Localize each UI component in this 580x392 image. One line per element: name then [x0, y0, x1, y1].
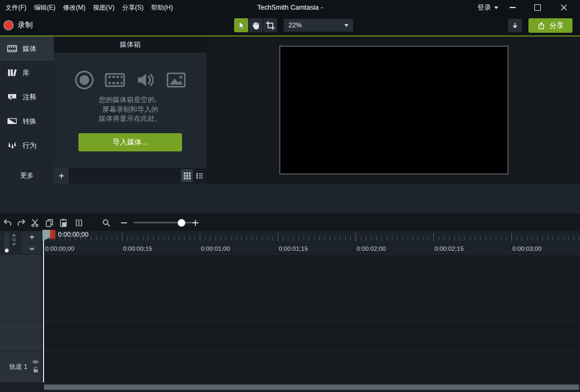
timeline-zoom-slider-thumb[interactable] [178, 219, 185, 227]
cursor-icon [236, 20, 247, 31]
ruler-tick [532, 236, 533, 241]
media-bin-title: 媒体箱 [54, 37, 207, 53]
menu-item[interactable]: 编辑(E) [34, 0, 55, 15]
track-visibility-toggle[interactable] [32, 359, 39, 365]
timeline-zoom-out-button[interactable] [118, 216, 130, 229]
playhead-line[interactable] [43, 240, 44, 382]
add-media-button[interactable] [54, 168, 69, 184]
sidebar-item-transitions[interactable]: 转换 [0, 109, 54, 133]
timeline-zoom-in-button[interactable] [189, 216, 202, 229]
minimize-button[interactable] [503, 0, 521, 15]
timeline-gutter [0, 231, 42, 255]
timeline-ruler-row: 0:00:00;00 0:00:00;000:00:00;150:00:01;0… [0, 231, 580, 255]
ruler-tick [117, 236, 117, 241]
timeline-scroll-area [0, 382, 580, 392]
grid-view-icon [183, 172, 191, 180]
ruler-tick [506, 236, 506, 241]
sidebar: 媒体库a注释转换行为 更多 [0, 37, 54, 184]
media-bin-panel: 媒体箱 您的媒体箱是空的。 屏幕录制和导入的 媒体将显示在此处。 导入媒体... [54, 37, 207, 184]
ruler-tick [314, 236, 315, 241]
close-button[interactable] [555, 0, 573, 15]
import-media-button[interactable]: 导入媒体... [78, 133, 182, 151]
timeline-zoom-slider[interactable] [134, 222, 196, 223]
ruler-tick [330, 236, 330, 241]
menu-item[interactable]: 修改(M) [63, 0, 85, 15]
copy-icon [45, 218, 54, 228]
ruler-tick [553, 236, 553, 241]
ruler-tick [439, 236, 439, 241]
download-button[interactable] [508, 19, 522, 32]
sidebar-item-annotations[interactable]: a注释 [0, 85, 54, 109]
paste-button[interactable] [57, 216, 70, 229]
menu-item[interactable]: 视图(V) [93, 0, 114, 15]
sidebar-item-media[interactable]: 媒体 [0, 37, 54, 61]
ruler-label: 0:00:00;00 [45, 245, 74, 252]
redo-button[interactable] [15, 216, 28, 229]
ruler-tick [132, 236, 133, 241]
preview-canvas[interactable] [279, 46, 509, 175]
timeline-horizontal-scrollbar[interactable] [44, 384, 579, 390]
zoom-level-select[interactable]: 22% [284, 19, 353, 32]
login-button[interactable]: 登录 [477, 0, 498, 15]
divider [43, 351, 580, 351]
ruler-tick [548, 236, 548, 241]
ruler-tick [579, 236, 579, 241]
track-header[interactable]: 轨道 1 [0, 351, 42, 382]
ruler-tick [241, 236, 242, 241]
crop-tool-button[interactable] [263, 18, 277, 32]
maximize-button[interactable] [528, 0, 547, 15]
library-icon [7, 68, 17, 78]
ruler-tick [381, 236, 382, 241]
pan-tool-button[interactable] [249, 18, 263, 32]
ruler-tick [106, 236, 107, 241]
titlebar: 文件(F)编辑(E)修改(M)视图(V)分享(S)帮助(H) TechSmith… [0, 0, 580, 15]
ruler-tick [335, 236, 335, 241]
ruler-tick [470, 236, 470, 241]
list-view-button[interactable] [193, 169, 205, 182]
track-lock-toggle[interactable] [33, 366, 39, 373]
recording-icon [74, 70, 95, 90]
main-toolbar: 录制 22% 分享 [0, 15, 580, 35]
split-button[interactable] [73, 216, 85, 229]
ruler-tick [408, 236, 408, 241]
ruler-tick [376, 236, 377, 241]
ruler-tick [205, 236, 206, 241]
divider [0, 321, 42, 322]
sidebar-item-behaviors[interactable]: 行为 [0, 133, 54, 157]
ruler-tick [91, 236, 91, 241]
grid-view-button[interactable] [181, 169, 193, 182]
menu-item[interactable]: 分享(S) [122, 0, 143, 15]
ruler-tick [480, 236, 481, 241]
ruler-tick [252, 236, 252, 241]
record-button[interactable]: 录制 [4, 15, 33, 35]
undo-button[interactable] [1, 216, 14, 229]
share-button[interactable]: 分享 [528, 18, 572, 33]
ruler-tick [485, 236, 486, 241]
share-label: 分享 [549, 21, 564, 31]
media-bin-empty-icons [54, 70, 207, 90]
timeline-toolbar [0, 214, 580, 231]
ruler-tick [236, 236, 237, 241]
track-height-slider-thumb[interactable] [5, 249, 9, 252]
add-track-button[interactable] [21, 231, 42, 243]
video-clip-icon [105, 70, 125, 90]
redo-icon [17, 218, 26, 228]
cut-button[interactable] [28, 216, 41, 229]
playhead-out-marker[interactable] [50, 230, 55, 239]
timeline-zoom-indicator [100, 216, 113, 229]
ruler-tick [402, 236, 403, 241]
sidebar-item-library[interactable]: 库 [0, 61, 54, 85]
track-lanes[interactable] [43, 255, 580, 382]
collapse-tracks-button[interactable] [21, 243, 42, 254]
callout-icon: a [7, 92, 17, 102]
timeline-ruler[interactable]: 0:00:00;00 0:00:00;000:00:00;150:00:01;0… [43, 231, 580, 255]
track-zoom-control[interactable] [11, 234, 17, 246]
menu-item[interactable]: 帮助(H) [151, 0, 173, 15]
copy-button[interactable] [43, 216, 56, 229]
selection-tool-button[interactable] [234, 18, 248, 32]
ruler-tick [371, 236, 372, 241]
menu-item[interactable]: 文件(F) [5, 0, 26, 15]
sidebar-more-button[interactable]: 更多 [0, 168, 54, 184]
timeline-tracks: 轨道 1 [0, 255, 580, 382]
track-height-slider[interactable] [4, 233, 9, 253]
